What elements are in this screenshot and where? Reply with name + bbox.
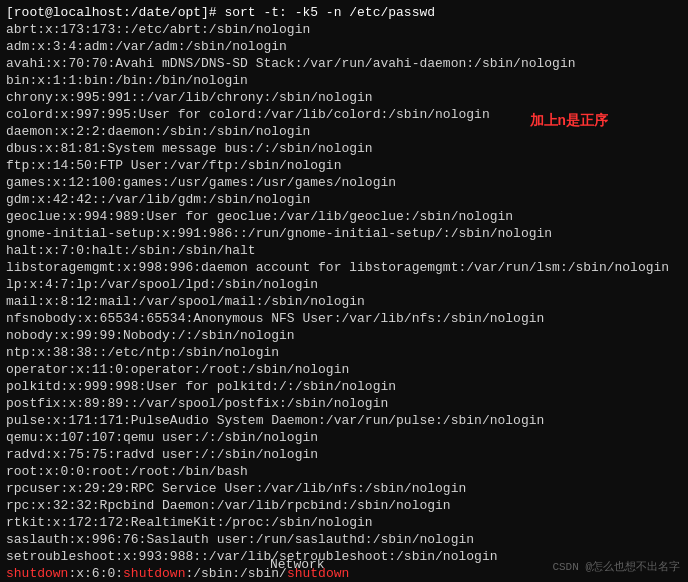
terminal-line: saslauth:x:996:76:Saslauth user:/run/sas… [6, 531, 682, 548]
terminal-line: bin:x:1:1:bin:/bin:/bin/nologin [6, 72, 682, 89]
terminal-line: operator:x:11:0:operator:/root:/sbin/nol… [6, 361, 682, 378]
terminal-output: abrt:x:173:173::/etc/abrt:/sbin/nologina… [6, 21, 682, 582]
annotation-text: 加上n是正序 [530, 112, 608, 130]
terminal-line: games:x:12:100:games:/usr/games:/usr/gam… [6, 174, 682, 191]
terminal-line: nobody:x:99:99:Nobody:/:/sbin/nologin [6, 327, 682, 344]
terminal-line: abrt:x:173:173::/etc/abrt:/sbin/nologin [6, 21, 682, 38]
terminal-line: gnome-initial-setup:x:991:986::/run/gnom… [6, 225, 682, 242]
terminal-line: halt:x:7:0:halt:/sbin:/sbin/halt [6, 242, 682, 259]
network-label: Network [270, 557, 325, 572]
watermark-text: CSDN @怎么也想不出名字 [552, 559, 680, 574]
terminal-line: nfsnobody:x:65534:65534:Anonymous NFS Us… [6, 310, 682, 327]
terminal-line: rtkit:x:172:172:RealtimeKit:/proc:/sbin/… [6, 514, 682, 531]
terminal-line: dbus:x:81:81:System message bus:/:/sbin/… [6, 140, 682, 157]
terminal-line: root:x:0:0:root:/root:/bin/bash [6, 463, 682, 480]
terminal-line: adm:x:3:4:adm:/var/adm:/sbin/nologin [6, 38, 682, 55]
terminal-line: chrony:x:995:991::/var/lib/chrony:/sbin/… [6, 89, 682, 106]
terminal-line: pulse:x:171:171:PulseAudio System Daemon… [6, 412, 682, 429]
terminal-line: mail:x:8:12:mail:/var/spool/mail:/sbin/n… [6, 293, 682, 310]
terminal-line: radvd:x:75:75:radvd user:/:/sbin/nologin [6, 446, 682, 463]
terminal-line: geoclue:x:994:989:User for geoclue:/var/… [6, 208, 682, 225]
terminal-line: ntp:x:38:38::/etc/ntp:/sbin/nologin [6, 344, 682, 361]
terminal-line: postfix:x:89:89::/var/spool/postfix:/sbi… [6, 395, 682, 412]
terminal-line: polkitd:x:999:998:User for polkitd:/:/sb… [6, 378, 682, 395]
terminal-line: rpc:x:32:32:Rpcbind Daemon:/var/lib/rpcb… [6, 497, 682, 514]
terminal-line: libstoragemgmt:x:998:996:daemon account … [6, 259, 682, 276]
terminal-line: gdm:x:42:42::/var/lib/gdm:/sbin/nologin [6, 191, 682, 208]
prompt-line: [root@localhost:/date/opt]# sort -t: -k5… [6, 4, 682, 21]
terminal-line: lp:x:4:7:lp:/var/spool/lpd:/sbin/nologin [6, 276, 682, 293]
prompt-text: [root@localhost:/date/opt]# sort -t: -k5… [6, 5, 435, 20]
terminal-line: avahi:x:70:70:Avahi mDNS/DNS-SD Stack:/v… [6, 55, 682, 72]
terminal-line: qemu:x:107:107:qemu user:/:/sbin/nologin [6, 429, 682, 446]
terminal-line: rpcuser:x:29:29:RPC Service User:/var/li… [6, 480, 682, 497]
terminal-window: [root@localhost:/date/opt]# sort -t: -k5… [0, 0, 688, 582]
terminal-line: ftp:x:14:50:FTP User:/var/ftp:/sbin/nolo… [6, 157, 682, 174]
